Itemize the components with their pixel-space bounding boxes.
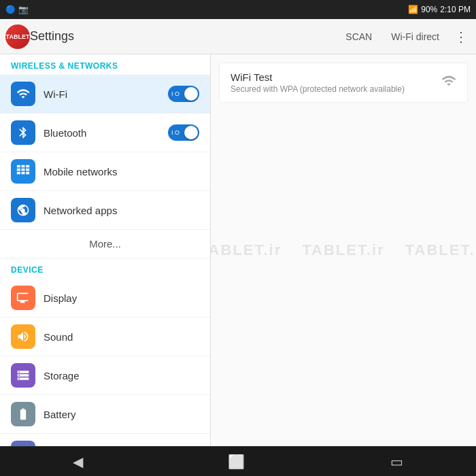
status-left-icons: 🔵 📷	[5, 5, 29, 14]
toolbar-actions: SCAN Wi-Fi direct ⋮	[339, 27, 471, 46]
display-icon	[11, 286, 35, 310]
battery-percentage: 90%	[421, 5, 437, 14]
sidebar: WIRELESS & NETWORKS Wi-Fi I O Bluetooth	[0, 54, 211, 446]
bluetooth-toggle-knob	[184, 126, 198, 139]
wifi-network-desc: Secured with WPA (protected network avai…	[231, 84, 405, 94]
display-label: Display	[44, 292, 199, 304]
sound-icon	[11, 324, 35, 349]
right-panel: WiFi Test Secured with WPA (protected ne…	[211, 54, 476, 446]
status-right-icons: 📶 90% 2:10 PM	[408, 5, 471, 14]
sidebar-item-sound[interactable]: Sound	[0, 318, 210, 356]
watermark: TABLET.ir TABLET.ir TABLET.ir	[211, 241, 476, 259]
bluetooth-label: Bluetooth	[44, 127, 168, 139]
wifi-toggle[interactable]: I O	[168, 86, 199, 102]
clock: 2:10 PM	[440, 5, 471, 14]
signal-icon: 📶	[408, 5, 418, 14]
photo-status-icon: 📷	[18, 5, 29, 14]
networked-apps-icon	[11, 198, 35, 222]
wifi-signal-icon	[441, 73, 456, 92]
sidebar-item-bluetooth[interactable]: Bluetooth I O	[0, 114, 210, 152]
wifi-network-name: WiFi Test	[231, 71, 405, 83]
sidebar-item-power-saving[interactable]: Power saving	[0, 434, 210, 446]
status-bar: 🔵 📷 📶 90% 2:10 PM	[0, 0, 476, 19]
wifi-network-info: WiFi Test Secured with WPA (protected ne…	[231, 71, 405, 94]
main-content: WIRELESS & NETWORKS Wi-Fi I O Bluetooth	[0, 54, 476, 446]
storage-icon	[11, 363, 35, 388]
nav-home-button[interactable]: ⬜	[217, 448, 256, 475]
mobile-networks-label: Mobile networks	[44, 166, 199, 177]
wifi-direct-button[interactable]: Wi-Fi direct	[384, 27, 446, 46]
wifi-icon	[11, 82, 35, 106]
section-header-wireless: WIRELESS & NETWORKS	[0, 54, 210, 75]
battery-label: Battery	[44, 409, 199, 420]
section-header-device: DEVICE	[0, 258, 210, 279]
sidebar-item-mobile-networks[interactable]: Mobile networks	[0, 152, 210, 191]
nav-recents-button[interactable]: ▭	[379, 448, 414, 475]
mobile-networks-icon	[11, 159, 35, 184]
wifi-network-item[interactable]: WiFi Test Secured with WPA (protected ne…	[219, 63, 468, 103]
sidebar-item-battery[interactable]: Battery	[0, 395, 210, 434]
bluetooth-toggle[interactable]: I O	[168, 124, 199, 141]
power-saving-icon	[11, 441, 35, 446]
app-logo: TABLET	[5, 24, 30, 49]
wifi-toggle-knob	[184, 87, 198, 101]
storage-label: Storage	[44, 370, 199, 381]
wifi-label: Wi-Fi	[44, 88, 168, 100]
more-options-icon[interactable]: ⋮	[452, 29, 471, 45]
sidebar-item-wifi[interactable]: Wi-Fi I O	[0, 75, 210, 114]
scan-button[interactable]: SCAN	[339, 27, 379, 46]
sidebar-item-networked-apps[interactable]: Networked apps	[0, 191, 210, 230]
sidebar-item-display[interactable]: Display	[0, 279, 210, 318]
battery-icon	[11, 402, 35, 426]
more-button[interactable]: More...	[0, 230, 210, 258]
sidebar-item-storage[interactable]: Storage	[0, 356, 210, 395]
nav-bar: ◀ ⬜ ▭	[0, 446, 476, 476]
nav-back-button[interactable]: ◀	[62, 448, 94, 475]
bluetooth-icon	[11, 120, 35, 145]
toolbar: TABLET Settings SCAN Wi-Fi direct ⋮	[0, 19, 476, 54]
networked-apps-label: Networked apps	[44, 205, 199, 216]
toolbar-title: Settings	[30, 29, 339, 44]
sound-label: Sound	[44, 331, 199, 343]
bluetooth-status-icon: 🔵	[5, 5, 16, 14]
